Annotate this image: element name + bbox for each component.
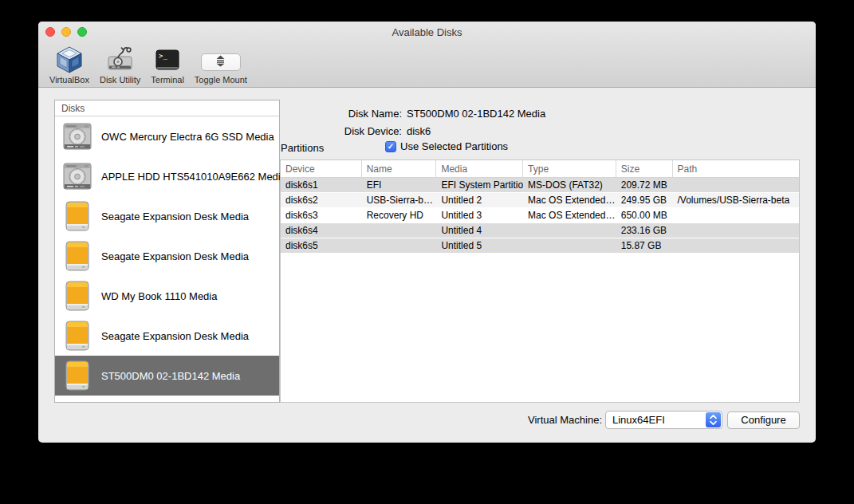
cell-type: Mac OS Extended… [523, 193, 616, 207]
cell-size: 650.00 MB [616, 208, 673, 222]
app-window: Available Disks VirtualBox Disk Utility … [38, 22, 816, 443]
column-header-media[interactable]: Media [436, 160, 523, 177]
disk-list-item[interactable]: Seagate Expansion Desk Media [55, 236, 279, 276]
toolbar-item-label: VirtualBox [49, 75, 89, 85]
table-row[interactable]: disk6s3Recovery HDUntitled 3Mac OS Exten… [281, 208, 799, 223]
cell-size: 209.72 MB [616, 178, 673, 192]
toolbar-item-virtualbox[interactable]: VirtualBox [49, 45, 89, 85]
disk-list-item[interactable]: Seagate Expansion Desk Media [55, 196, 279, 236]
cell-path [673, 223, 800, 238]
external-disk-icon [60, 318, 95, 353]
cell-device: disk6s1 [281, 178, 362, 192]
disk-list-item[interactable]: Seagate Expansion Desk Media [55, 316, 279, 356]
cell-type [523, 223, 616, 238]
cell-type: Mac OS Extended… [523, 208, 616, 222]
column-header-name[interactable]: Name [362, 160, 437, 177]
use-selected-checkbox[interactable]: ✓ [385, 141, 396, 152]
disk-label: Seagate Expansion Desk Media [101, 250, 249, 262]
external-disk-icon [60, 238, 95, 274]
cell-size: 15.87 GB [616, 238, 673, 253]
partitions-table: DeviceNameMediaTypeSizePath disk6s1EFIEF… [280, 159, 800, 403]
content-area: Disks OWC Mercury Electra 6G SSD Media A… [38, 88, 816, 443]
toolbar-item-terminal[interactable]: >_ Terminal [151, 45, 184, 85]
disk-device-label: Disk Device: [281, 125, 402, 137]
external-disk-icon [60, 358, 95, 393]
column-header-type[interactable]: Type [523, 160, 616, 177]
cell-type: MS-DOS (FAT32) [523, 178, 616, 192]
column-header-path[interactable]: Path [673, 160, 800, 177]
cell-name: Recovery HD [362, 208, 437, 222]
cell-media: Untitled 5 [436, 238, 523, 253]
virtual-machine-select[interactable]: Linux64EFI [605, 411, 722, 429]
table-row[interactable]: disk6s5Untitled 515.87 GB [281, 238, 799, 254]
cell-type [523, 238, 616, 253]
cell-media: Untitled 2 [436, 193, 523, 207]
disk-label: WD My Book 1110 Media [101, 290, 217, 302]
cell-size: 249.95 GB [616, 193, 673, 207]
disk-stethoscope-icon [106, 45, 135, 74]
disks-sidebar: Disks OWC Mercury Electra 6G SSD Media A… [54, 100, 280, 403]
virtual-machine-label: Virtual Machine: [517, 414, 602, 426]
virtual-machine-value: Linux64EFI [606, 414, 706, 426]
cell-path [673, 238, 800, 253]
disk-list-item[interactable]: WD My Book 1110 Media [55, 276, 279, 316]
column-header-device[interactable]: Device [281, 160, 362, 177]
cell-device: disk6s5 [281, 238, 362, 253]
toolbar-item-toggle-mount[interactable]: Toggle Mount [195, 53, 247, 85]
disk-name-row: Disk Name: ST500DM0 02-1BD142 Media [281, 108, 545, 120]
internal-disk-icon [60, 159, 95, 194]
cell-device: disk6s3 [281, 208, 362, 222]
table-row[interactable]: disk6s2USB-Sierra-b…Untitled 2Mac OS Ext… [281, 193, 799, 208]
toolbar-item-disk-utility[interactable]: Disk Utility [100, 45, 140, 85]
title-bar-and-toolbar: Available Disks VirtualBox Disk Utility … [38, 22, 816, 88]
use-selected-label: Use Selected Partitions [400, 140, 508, 152]
disk-label: ST500DM0 02-1BD142 Media [101, 370, 240, 382]
cell-name: EFI [362, 178, 437, 192]
disk-label: APPLE HDD HTS541010A9E662 Media [101, 171, 286, 183]
use-selected-partitions: ✓ Use Selected Partitions [385, 140, 508, 152]
toggle-mount-button[interactable] [201, 53, 241, 71]
disk-device-value: disk6 [407, 125, 431, 137]
cell-size: 233.16 GB [616, 223, 673, 238]
disk-label: OWC Mercury Electra 6G SSD Media [101, 131, 274, 143]
disk-list-item[interactable]: ST500DM0 02-1BD142 Media [55, 356, 279, 396]
disk-list-item[interactable]: APPLE HDD HTS541010A9E662 Media [55, 156, 279, 196]
toolbar-item-label: Disk Utility [100, 75, 140, 85]
virtualbox-cube-icon [55, 45, 84, 74]
internal-disk-icon [60, 119, 95, 154]
disk-list: OWC Mercury Electra 6G SSD Media APPLE H… [55, 116, 279, 396]
cell-name [362, 223, 437, 238]
mount-arrows-icon [214, 55, 226, 70]
external-disk-icon [60, 278, 95, 313]
svg-text:>_: >_ [159, 51, 167, 59]
partitions-label: Partitions [281, 142, 324, 154]
disk-name-value: ST500DM0 02-1BD142 Media [407, 108, 545, 120]
table-row[interactable]: disk6s1EFIEFI System PartitionMS-DOS (FA… [281, 178, 799, 193]
cell-path [673, 208, 800, 222]
cell-path: /Volumes/USB-Sierra-beta [673, 193, 800, 207]
disk-name-label: Disk Name: [281, 108, 402, 120]
configure-button[interactable]: Configure [727, 411, 800, 429]
column-header-size[interactable]: Size [616, 160, 673, 177]
disk-device-row: Disk Device: disk6 [281, 125, 431, 137]
disk-label: Seagate Expansion Desk Media [101, 211, 249, 222]
external-disk-icon [60, 199, 95, 234]
select-stepper-icon [706, 412, 721, 427]
cell-path [673, 178, 800, 192]
sidebar-header: Disks [55, 100, 279, 116]
cell-device: disk6s2 [281, 193, 362, 207]
disk-label: Seagate Expansion Desk Media [101, 330, 249, 342]
terminal-icon: >_ [154, 45, 181, 74]
cell-name: USB-Sierra-b… [362, 193, 437, 207]
toolbar-item-label: Toggle Mount [195, 75, 247, 85]
cell-media: Untitled 4 [436, 223, 523, 238]
disk-list-item[interactable]: OWC Mercury Electra 6G SSD Media [55, 116, 279, 156]
table-header: DeviceNameMediaTypeSizePath [281, 160, 799, 178]
cell-media: EFI System Partition [436, 178, 523, 192]
table-row[interactable]: disk6s4Untitled 4233.16 GB [281, 223, 799, 238]
cell-media: Untitled 3 [436, 208, 523, 222]
toolbar: VirtualBox Disk Utility >_ Terminal Togg… [49, 41, 808, 87]
cell-device: disk6s4 [281, 223, 362, 238]
toolbar-item-label: Terminal [151, 75, 184, 85]
cell-name [362, 238, 437, 253]
